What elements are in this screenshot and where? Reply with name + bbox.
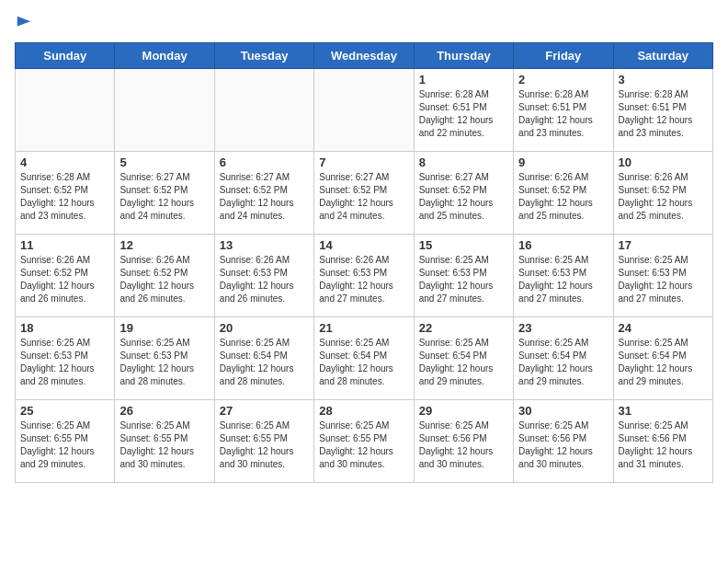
day-info: Sunrise: 6:25 AMSunset: 6:55 PMDaylight:… — [220, 419, 309, 471]
calendar-day-cell: 19Sunrise: 6:25 AMSunset: 6:53 PMDayligh… — [115, 317, 214, 400]
calendar-day-cell: 23Sunrise: 6:25 AMSunset: 6:54 PMDayligh… — [514, 317, 613, 400]
day-number: 18 — [20, 321, 109, 335]
day-info: Sunrise: 6:28 AMSunset: 6:51 PMDaylight:… — [419, 88, 508, 140]
logo-flag-icon — [16, 15, 32, 31]
calendar-day-cell: 14Sunrise: 6:26 AMSunset: 6:53 PMDayligh… — [314, 235, 414, 317]
day-info: Sunrise: 6:25 AMSunset: 6:56 PMDaylight:… — [419, 419, 508, 471]
calendar-day-header: Friday — [514, 43, 613, 69]
day-info: Sunrise: 6:25 AMSunset: 6:55 PMDaylight:… — [20, 419, 109, 471]
day-number: 28 — [319, 404, 408, 418]
calendar-day-header: Saturday — [613, 43, 712, 69]
day-info: Sunrise: 6:26 AMSunset: 6:53 PMDaylight:… — [319, 254, 408, 305]
day-number: 21 — [319, 321, 408, 335]
calendar-day-cell: 10Sunrise: 6:26 AMSunset: 6:52 PMDayligh… — [613, 152, 712, 235]
calendar-day-cell — [214, 69, 313, 152]
day-number: 24 — [619, 321, 708, 335]
day-info: Sunrise: 6:27 AMSunset: 6:52 PMDaylight:… — [220, 171, 309, 223]
day-info: Sunrise: 6:28 AMSunset: 6:51 PMDaylight:… — [518, 88, 608, 140]
day-info: Sunrise: 6:25 AMSunset: 6:56 PMDaylight:… — [619, 419, 708, 471]
calendar-day-cell — [314, 69, 414, 152]
calendar-day-cell — [115, 69, 214, 152]
day-number: 12 — [119, 238, 209, 252]
day-number: 1 — [419, 73, 508, 86]
day-number: 4 — [20, 155, 109, 169]
day-info: Sunrise: 6:25 AMSunset: 6:53 PMDaylight:… — [619, 254, 708, 305]
day-number: 9 — [518, 155, 608, 169]
calendar-day-header: Wednesday — [314, 43, 414, 69]
logo — [15, 15, 32, 31]
day-info: Sunrise: 6:25 AMSunset: 6:55 PMDaylight:… — [119, 419, 209, 471]
calendar-day-cell: 2Sunrise: 6:28 AMSunset: 6:51 PMDaylight… — [514, 69, 613, 152]
calendar-day-cell: 11Sunrise: 6:26 AMSunset: 6:52 PMDayligh… — [16, 235, 115, 317]
calendar-day-cell: 8Sunrise: 6:27 AMSunset: 6:52 PMDaylight… — [414, 152, 513, 235]
day-number: 26 — [119, 404, 209, 418]
day-info: Sunrise: 6:27 AMSunset: 6:52 PMDaylight:… — [319, 171, 408, 223]
calendar-day-cell — [16, 69, 115, 152]
calendar-day-cell: 26Sunrise: 6:25 AMSunset: 6:55 PMDayligh… — [115, 400, 214, 483]
calendar-day-header: Tuesday — [214, 43, 313, 69]
day-number: 13 — [220, 238, 309, 252]
calendar-day-cell: 7Sunrise: 6:27 AMSunset: 6:52 PMDaylight… — [314, 152, 414, 235]
day-number: 14 — [319, 238, 408, 252]
calendar-header-row: SundayMondayTuesdayWednesdayThursdayFrid… — [16, 43, 713, 69]
day-number: 2 — [518, 73, 608, 86]
calendar-day-cell: 24Sunrise: 6:25 AMSunset: 6:54 PMDayligh… — [613, 317, 712, 400]
day-info: Sunrise: 6:26 AMSunset: 6:52 PMDaylight:… — [119, 254, 209, 305]
day-info: Sunrise: 6:26 AMSunset: 6:52 PMDaylight:… — [518, 171, 608, 223]
calendar-week-row: 25Sunrise: 6:25 AMSunset: 6:55 PMDayligh… — [16, 400, 713, 483]
day-info: Sunrise: 6:26 AMSunset: 6:52 PMDaylight:… — [20, 254, 109, 305]
calendar-day-cell: 22Sunrise: 6:25 AMSunset: 6:54 PMDayligh… — [414, 317, 513, 400]
calendar-day-cell: 4Sunrise: 6:28 AMSunset: 6:52 PMDaylight… — [16, 152, 115, 235]
calendar-day-cell: 12Sunrise: 6:26 AMSunset: 6:52 PMDayligh… — [115, 235, 214, 317]
day-number: 19 — [119, 321, 209, 335]
day-info: Sunrise: 6:26 AMSunset: 6:53 PMDaylight:… — [220, 254, 309, 305]
day-info: Sunrise: 6:25 AMSunset: 6:54 PMDaylight:… — [619, 337, 708, 388]
day-number: 31 — [619, 404, 708, 418]
calendar-day-cell: 30Sunrise: 6:25 AMSunset: 6:56 PMDayligh… — [514, 400, 613, 483]
day-number: 20 — [220, 321, 309, 335]
day-info: Sunrise: 6:25 AMSunset: 6:54 PMDaylight:… — [419, 337, 508, 388]
day-number: 10 — [619, 155, 708, 169]
day-number: 15 — [419, 238, 508, 252]
calendar-day-cell: 5Sunrise: 6:27 AMSunset: 6:52 PMDaylight… — [115, 152, 214, 235]
day-number: 16 — [518, 238, 608, 252]
day-info: Sunrise: 6:28 AMSunset: 6:51 PMDaylight:… — [619, 88, 708, 140]
calendar-day-cell: 16Sunrise: 6:25 AMSunset: 6:53 PMDayligh… — [514, 235, 613, 317]
calendar-week-row: 4Sunrise: 6:28 AMSunset: 6:52 PMDaylight… — [16, 152, 713, 235]
day-number: 22 — [419, 321, 508, 335]
day-info: Sunrise: 6:27 AMSunset: 6:52 PMDaylight:… — [419, 171, 508, 223]
day-number: 25 — [20, 404, 109, 418]
calendar-day-cell: 27Sunrise: 6:25 AMSunset: 6:55 PMDayligh… — [214, 400, 313, 483]
svg-marker-0 — [17, 17, 30, 27]
calendar-day-header: Monday — [115, 43, 214, 69]
day-number: 30 — [518, 404, 608, 418]
page-header — [15, 15, 713, 31]
calendar-week-row: 18Sunrise: 6:25 AMSunset: 6:53 PMDayligh… — [16, 317, 713, 400]
calendar-day-cell: 21Sunrise: 6:25 AMSunset: 6:54 PMDayligh… — [314, 317, 414, 400]
day-number: 7 — [319, 155, 408, 169]
day-number: 3 — [619, 73, 708, 86]
calendar-day-cell: 25Sunrise: 6:25 AMSunset: 6:55 PMDayligh… — [16, 400, 115, 483]
calendar-day-cell: 9Sunrise: 6:26 AMSunset: 6:52 PMDaylight… — [514, 152, 613, 235]
day-number: 11 — [20, 238, 109, 252]
calendar-day-cell: 20Sunrise: 6:25 AMSunset: 6:54 PMDayligh… — [214, 317, 313, 400]
day-info: Sunrise: 6:25 AMSunset: 6:53 PMDaylight:… — [20, 337, 109, 388]
calendar-week-row: 1Sunrise: 6:28 AMSunset: 6:51 PMDaylight… — [16, 69, 713, 152]
day-number: 5 — [119, 155, 209, 169]
day-number: 29 — [419, 404, 508, 418]
day-number: 8 — [419, 155, 508, 169]
day-info: Sunrise: 6:26 AMSunset: 6:52 PMDaylight:… — [619, 171, 708, 223]
calendar-week-row: 11Sunrise: 6:26 AMSunset: 6:52 PMDayligh… — [16, 235, 713, 317]
day-info: Sunrise: 6:25 AMSunset: 6:54 PMDaylight:… — [319, 337, 408, 388]
day-number: 17 — [619, 238, 708, 252]
day-info: Sunrise: 6:25 AMSunset: 6:53 PMDaylight:… — [119, 337, 209, 388]
day-number: 6 — [220, 155, 309, 169]
day-info: Sunrise: 6:28 AMSunset: 6:52 PMDaylight:… — [20, 171, 109, 223]
day-info: Sunrise: 6:25 AMSunset: 6:53 PMDaylight:… — [419, 254, 508, 305]
calendar-day-header: Thursday — [414, 43, 513, 69]
day-info: Sunrise: 6:25 AMSunset: 6:54 PMDaylight:… — [220, 337, 309, 388]
day-info: Sunrise: 6:27 AMSunset: 6:52 PMDaylight:… — [119, 171, 209, 223]
calendar-day-cell: 3Sunrise: 6:28 AMSunset: 6:51 PMDaylight… — [613, 69, 712, 152]
day-info: Sunrise: 6:25 AMSunset: 6:55 PMDaylight:… — [319, 419, 408, 471]
calendar-day-cell: 17Sunrise: 6:25 AMSunset: 6:53 PMDayligh… — [613, 235, 712, 317]
